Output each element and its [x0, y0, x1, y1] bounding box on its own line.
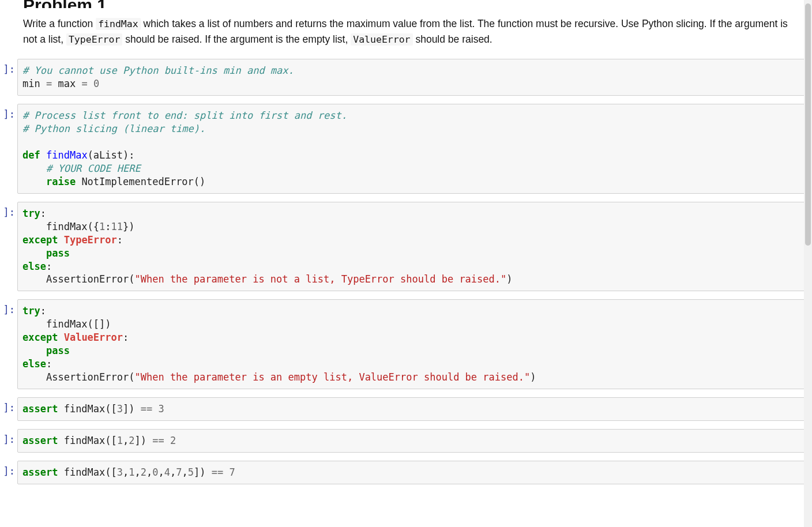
code-text — [223, 466, 229, 478]
cell-prompt: ]: — [0, 202, 17, 218]
cell-prompt: ]: — [0, 59, 17, 75]
code-input-area[interactable]: assert findMax([3]) == 3 — [17, 397, 805, 421]
code-input-area[interactable]: try: findMax({1:11}) except TypeError: p… — [17, 202, 805, 292]
code-number: 4 — [164, 466, 170, 478]
code-text: findMax({ — [22, 221, 99, 232]
code-text: max — [52, 78, 81, 89]
scrollbar-track[interactable] — [804, 0, 812, 527]
inline-code-typeerror: TypeError — [66, 33, 122, 46]
code-keyword: pass — [46, 247, 70, 259]
code-number: 3 — [117, 403, 123, 415]
code-number: 3 — [117, 466, 123, 478]
code-text: min — [22, 78, 46, 89]
code-text: AssertionError( — [22, 371, 134, 383]
code-op: = — [81, 78, 87, 89]
code-number: 2 — [129, 435, 134, 446]
code-cell: ]: # You cannot use Python built-ins min… — [0, 59, 812, 96]
code-comment: # You cannot use Python built-ins min an… — [22, 65, 294, 76]
code-text: , — [159, 466, 164, 478]
code-text: : — [117, 234, 123, 246]
code-text: : — [40, 305, 46, 317]
code-text — [164, 435, 170, 446]
code-content: assert findMax([1,2]) == 2 — [22, 434, 800, 447]
code-text: (aList): — [88, 149, 135, 161]
code-number: 3 — [158, 403, 164, 415]
code-text — [22, 247, 46, 259]
code-keyword: else — [22, 358, 46, 370]
code-text: NotImplementedError() — [76, 176, 205, 187]
code-content: assert findMax([3,1,2,0,4,7,5]) == 7 — [22, 466, 800, 479]
code-string: "When the parameter is not a list, TypeE… — [134, 273, 506, 285]
code-text: , — [123, 435, 129, 446]
code-cell: ]: assert findMax([1,2]) == 2 — [0, 429, 812, 453]
inline-code-findmax: findMax — [96, 18, 141, 30]
code-number: 0 — [93, 78, 99, 89]
code-keyword: assert — [22, 466, 58, 478]
code-error-name: TypeError — [64, 234, 117, 246]
code-text: , — [135, 466, 141, 478]
code-text: ) — [530, 371, 536, 383]
code-text: : — [105, 221, 111, 232]
code-number: 2 — [141, 466, 146, 478]
code-text: ]) — [123, 403, 141, 415]
code-text: findMax([ — [58, 435, 116, 446]
code-input-area[interactable]: assert findMax([3,1,2,0,4,7,5]) == 7 — [17, 461, 805, 484]
problem-description: Write a function findMax which takes a l… — [23, 16, 795, 47]
code-number: 1 — [129, 466, 134, 478]
code-keyword: raise — [46, 176, 76, 187]
code-text — [58, 234, 63, 246]
code-input-area[interactable]: # You cannot use Python built-ins min an… — [17, 59, 805, 96]
code-text: : — [123, 332, 129, 343]
code-keyword: assert — [22, 403, 58, 415]
code-text — [22, 176, 46, 187]
code-number: 0 — [152, 466, 158, 478]
code-content: # You cannot use Python built-ins min an… — [22, 64, 800, 91]
code-text: , — [123, 466, 129, 478]
code-text: AssertionError( — [22, 273, 134, 285]
code-text: , — [182, 466, 188, 478]
code-op: = — [46, 78, 52, 89]
code-input-area[interactable]: try: findMax([]) except ValueError: pass… — [17, 299, 805, 389]
code-text: ]) — [135, 435, 153, 446]
code-text — [40, 149, 46, 161]
code-keyword: pass — [46, 345, 70, 356]
code-input-area[interactable]: # Process list front to end: split into … — [17, 104, 805, 194]
code-number: 1 — [99, 221, 105, 232]
code-number: 7 — [229, 466, 235, 478]
notebook-page: Problem 1. Write a function findMax whic… — [0, 0, 812, 527]
code-comment: # Process list front to end: split into … — [22, 110, 347, 121]
code-text: ]) — [194, 466, 212, 478]
cell-prompt: ]: — [0, 461, 17, 477]
code-cell: ]: # Process list front to end: split in… — [0, 104, 812, 194]
code-cell: ]: assert findMax([3,1,2,0,4,7,5]) == 7 — [0, 461, 812, 484]
code-text — [152, 403, 158, 415]
code-cell: ]: try: findMax([]) except ValueError: p… — [0, 299, 812, 389]
code-number: 5 — [188, 466, 194, 478]
code-text: : — [46, 358, 52, 370]
code-keyword: assert — [22, 435, 58, 446]
code-keyword: try — [22, 305, 40, 317]
code-input-area[interactable]: assert findMax([1,2]) == 2 — [17, 429, 805, 453]
code-text — [88, 78, 93, 89]
inline-code-valueerror: ValueError — [351, 33, 412, 46]
code-text: , — [170, 466, 176, 478]
code-op: == — [152, 435, 164, 446]
code-def-name: findMax — [46, 149, 88, 161]
problem-title: Problem 1. — [23, 0, 795, 8]
code-number: 11 — [111, 221, 123, 232]
code-number: 7 — [176, 466, 182, 478]
code-keyword: try — [22, 208, 40, 219]
code-text: findMax([ — [58, 403, 116, 415]
code-keyword: else — [22, 261, 46, 272]
markdown-cell: Problem 1. Write a function findMax whic… — [0, 0, 812, 47]
cell-prompt: ]: — [0, 104, 17, 120]
cell-prompt: ]: — [0, 299, 17, 315]
code-op: == — [141, 403, 152, 415]
code-cell: ]: assert findMax([3]) == 3 — [0, 397, 812, 421]
code-text: , — [146, 466, 152, 478]
code-comment: # YOUR CODE HERE — [22, 163, 141, 174]
cell-prompt: ]: — [0, 429, 17, 445]
code-content: try: findMax({1:11}) except TypeError: p… — [22, 207, 800, 287]
scrollbar-thumb[interactable] — [805, 3, 811, 246]
desc-text: should be raised. If the argument is the… — [122, 33, 351, 45]
